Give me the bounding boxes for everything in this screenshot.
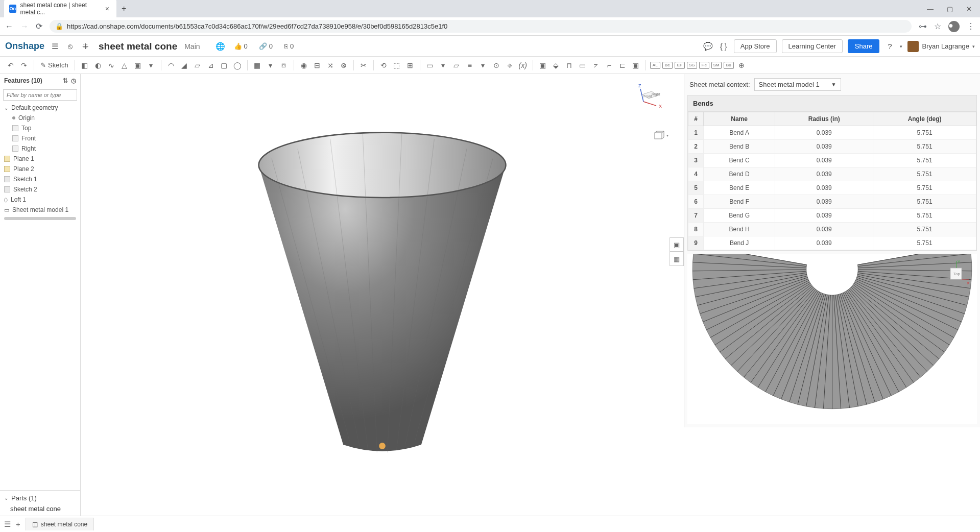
parts-header[interactable]: ⌄ Parts (1) (0, 493, 80, 503)
modify-fillet-icon[interactable]: ✂ (358, 60, 369, 71)
custom-bo[interactable]: Bo (724, 62, 734, 69)
learning-center-button[interactable]: Learning Center (782, 39, 843, 53)
manage-icon[interactable]: ⁜ (80, 41, 90, 52)
tree-sketch1[interactable]: Sketch 1 (0, 174, 80, 184)
rib-icon[interactable]: ⊿ (205, 60, 217, 71)
derived-icon[interactable]: ⎆ (504, 60, 515, 71)
custom-al[interactable]: AL (650, 62, 660, 69)
star-icon[interactable]: ☆ (934, 21, 941, 31)
sm-hem-icon[interactable]: ⊓ (564, 60, 575, 71)
shell-icon[interactable]: ▢ (219, 60, 230, 71)
draft-icon[interactable]: ▱ (192, 60, 203, 71)
minimize-icon[interactable]: — (925, 3, 936, 15)
table-row[interactable]: 2Bend B0.0395.751 (688, 140, 976, 154)
app-store-button[interactable]: App Store (734, 39, 777, 53)
forward-icon[interactable]: → (20, 22, 29, 31)
sm-tab-icon[interactable]: ▭ (577, 60, 588, 71)
custom-sg[interactable]: SG (687, 62, 697, 69)
thicken-icon[interactable]: ▣ (132, 60, 144, 71)
tree-right[interactable]: Right (0, 143, 80, 154)
col-angle[interactable]: Angle (deg) (873, 112, 976, 126)
sm-model-icon[interactable]: ▣ (537, 60, 548, 71)
onshape-logo[interactable]: Onshape (5, 41, 44, 52)
sm-flange-icon[interactable]: ⬙ (551, 60, 562, 71)
table-row[interactable]: 7Bend G0.0395.751 (688, 209, 976, 223)
likes-count[interactable]: 👍0 (231, 42, 251, 50)
custom-he[interactable]: He (699, 62, 709, 69)
tree-front[interactable]: Front (0, 133, 80, 143)
col-idx[interactable]: # (688, 112, 704, 126)
tree-top[interactable]: Top (0, 123, 80, 133)
revolve-icon[interactable]: ◐ (92, 60, 104, 71)
fillet-icon[interactable]: ◠ (165, 60, 177, 71)
tabs-menu-icon[interactable]: ☰ (4, 520, 11, 529)
timer-icon[interactable]: ◷ (71, 77, 76, 84)
hole-icon[interactable]: ◯ (232, 60, 243, 71)
chamfer-icon[interactable]: ◢ (179, 60, 190, 71)
sweep-icon[interactable]: ∿ (106, 60, 117, 71)
derived-count[interactable]: ⎘0 (281, 42, 297, 50)
add-custom-icon[interactable]: ⊕ (736, 60, 747, 71)
geom-drop-icon[interactable]: ▾ (477, 60, 489, 71)
table-row[interactable]: 3Bend C0.0395.751 (688, 154, 976, 167)
table-row[interactable]: 1Bend A0.0395.751 (688, 126, 976, 140)
tab-close-icon[interactable]: × (103, 5, 111, 13)
maximize-icon[interactable]: ▢ (945, 3, 955, 15)
delete-face-icon[interactable]: ⊗ (338, 60, 349, 71)
flat-pattern-view[interactable]: Top Y X (687, 254, 977, 424)
table-row[interactable]: 9Bend J0.0395.751 (688, 236, 976, 250)
custom-be[interactable]: Be (662, 62, 673, 69)
reload-icon[interactable]: ⟳ (36, 21, 42, 31)
boolean-icon[interactable]: ◉ (298, 60, 309, 71)
sheet-metal-icon[interactable]: ▭ (424, 60, 436, 71)
tree-sheetmetal1[interactable]: ▭Sheet metal model 1 (0, 205, 80, 215)
sm-bend-icon[interactable]: ⦢ (590, 60, 602, 71)
col-radius[interactable]: Radius (in) (775, 112, 873, 126)
move-face-icon[interactable]: ⬚ (391, 60, 402, 71)
comments-icon[interactable]: 💬 (703, 41, 713, 52)
new-tab-button[interactable]: + (116, 1, 131, 16)
version-graph-icon[interactable]: ⎋ (65, 41, 75, 52)
flatpattern-tab-icon[interactable]: ▦ (670, 252, 684, 266)
document-title[interactable]: sheet metal cone (99, 41, 177, 52)
replace-face-icon[interactable]: ⟲ (378, 60, 389, 71)
table-row[interactable]: 5Bend E0.0395.751 (688, 181, 976, 195)
sheetmetal-tab-icon[interactable]: ▣ (670, 237, 684, 252)
sm-relief-icon[interactable]: ▣ (630, 60, 641, 71)
key-icon[interactable]: ⊶ (919, 21, 927, 31)
pattern-icon[interactable]: ▦ (252, 60, 263, 71)
filter-input[interactable] (3, 89, 77, 101)
browser-tab[interactable]: On sheet metal cone | sheet metal c... × (4, 0, 116, 19)
table-row[interactable]: 6Bend F0.0395.751 (688, 195, 976, 209)
hamburger-icon[interactable]: ☰ (50, 41, 60, 52)
sm-context-select[interactable]: Sheet metal model 1 ▼ (754, 78, 841, 91)
geom-icon[interactable]: ≡ (464, 60, 475, 71)
user-menu[interactable]: Bryan Lagrange ▾ (907, 41, 975, 52)
partstudio-tab[interactable]: ◫ sheet metal cone (26, 518, 94, 530)
col-name[interactable]: Name (704, 112, 775, 126)
tree-plane2[interactable]: Plane 2 (0, 164, 80, 174)
add-tab-icon[interactable]: + (16, 520, 20, 528)
links-count[interactable]: 🔗0 (256, 42, 276, 50)
sm-joint-icon[interactable]: ⊏ (617, 60, 628, 71)
branch-label[interactable]: Main (184, 42, 200, 51)
custom-ef[interactable]: EF (675, 62, 685, 69)
globe-icon[interactable]: 🌐 (216, 41, 226, 52)
part-item[interactable]: sheet metal cone (0, 503, 80, 514)
default-geometry-group[interactable]: ⌄ Default geometry (0, 103, 80, 113)
split-icon[interactable]: ⊟ (312, 60, 323, 71)
table-row[interactable]: 8Bend H0.0395.751 (688, 223, 976, 236)
transform-icon[interactable]: ⤨ (325, 60, 336, 71)
view-cube[interactable]: X Z Front Right (631, 81, 666, 117)
pattern-drop-icon[interactable]: ▾ (265, 60, 276, 71)
sm-drop-icon[interactable]: ▾ (438, 60, 449, 71)
tree-plane1[interactable]: Plane 1 (0, 154, 80, 164)
rollback-bar[interactable] (4, 217, 76, 220)
tree-loft1[interactable]: ⬯Loft 1 (0, 195, 80, 205)
table-row[interactable]: 4Bend D0.0395.751 (688, 167, 976, 181)
menu-icon[interactable]: ⋮ (967, 21, 975, 31)
dropdown-icon[interactable]: ▾ (146, 60, 157, 71)
rollback-icon[interactable]: ⇅ (63, 77, 68, 84)
3d-viewport[interactable]: X Z Front Right ▾ (81, 74, 684, 516)
extrude-icon[interactable]: ◧ (79, 60, 90, 71)
